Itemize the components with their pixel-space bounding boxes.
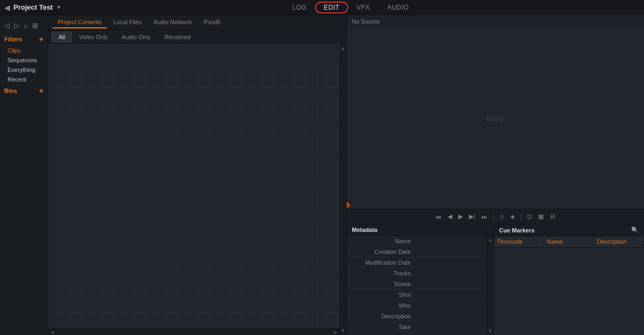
empty-label: Empty	[486, 115, 504, 122]
cue-content	[494, 248, 644, 335]
transport-next-frame[interactable]: ▶|	[467, 212, 477, 221]
transport-prev-frame[interactable]: ◀	[445, 212, 454, 221]
left-toolbar: ◁ ▷ ⌕ ⊞	[0, 18, 48, 33]
transport-mark-out[interactable]: ◈	[508, 212, 517, 221]
cue-markers-title: Cue Markers	[499, 227, 535, 234]
top-nav: LOG EDIT VFX AUDIO	[283, 2, 418, 13]
subtab-rendered[interactable]: Rendered	[158, 32, 197, 42]
source-position-indicator	[347, 201, 351, 209]
middle-scrollbar-bottom[interactable]: ◄ ►	[48, 329, 340, 335]
metadata-key-tracks: Tracks	[347, 270, 416, 276]
metadata-key-creation: Creation Date	[347, 249, 416, 255]
right-panel: No Source Empty ⏮ ◀ ▶ ▶| ⏭ | ◇ ◈ | ⊡ ▦ ⊟	[346, 15, 645, 335]
add-bin-icon[interactable]: +	[39, 86, 43, 95]
metadata-row-creation: Creation Date	[347, 246, 494, 257]
bottom-panels: Metadata Name Creation Date Modification…	[347, 224, 645, 335]
scroll-down-icon[interactable]: ▼	[339, 326, 346, 335]
bins-section: Bins +	[0, 84, 48, 97]
metadata-scrollbar[interactable]: ▲ ▼	[487, 236, 493, 335]
metadata-key-name: Name	[347, 238, 416, 244]
transport-sep2: |	[520, 213, 522, 221]
content-grid: ▲ ▼ ◄ ►	[48, 44, 346, 335]
tab-audio-network[interactable]: Audio Network	[148, 17, 197, 28]
main-tab-bar: Project Contents Local Files Audio Netwo…	[48, 15, 346, 30]
scroll-right-icon[interactable]: ►	[332, 328, 340, 336]
search-icon[interactable]: ⌕	[23, 20, 29, 31]
metadata-row-name: Name	[347, 236, 494, 246]
metadata-header: Metadata	[347, 224, 494, 236]
project-title: Project Test	[13, 3, 53, 11]
tab-local-files[interactable]: Local Files	[108, 17, 147, 28]
metadata-panel: Metadata Name Creation Date Modification…	[347, 224, 494, 335]
meta-scroll-down[interactable]: ▼	[486, 326, 493, 335]
back-icon[interactable]: ◀	[4, 3, 10, 12]
nav-vfx[interactable]: VFX	[348, 2, 379, 13]
main-layout: ◁ ▷ ⌕ ⊞ Filters + Clips Sequences Everyt…	[0, 15, 644, 335]
metadata-row-reelid: Reel ID	[347, 332, 494, 335]
filters-label: Filters	[4, 36, 22, 42]
nav-log[interactable]: LOG	[283, 2, 315, 13]
add-filter-icon[interactable]: +	[39, 35, 43, 43]
top-bar: ◀ Project Test ▼ LOG EDIT VFX AUDIO	[0, 0, 644, 15]
metadata-row-tracks: Tracks	[347, 268, 494, 279]
metadata-row-modification: Modification Date	[347, 257, 494, 268]
scroll-up-icon[interactable]: ▲	[339, 44, 346, 53]
metadata-key-scene: Scene	[347, 281, 416, 287]
metadata-list: Name Creation Date Modification Date Tra…	[347, 236, 494, 335]
metadata-key-who: Who	[347, 302, 416, 309]
cue-table-header: Timecode Name Description	[494, 236, 644, 248]
metadata-key-shot: Shot	[347, 292, 416, 298]
sidebar-item-everything[interactable]: Everything	[0, 65, 48, 75]
transport-go-start[interactable]: ⏮	[433, 213, 443, 221]
subtab-audio-only[interactable]: Audio Only	[115, 32, 158, 42]
cue-markers-header: Cue Markers 🔍	[494, 224, 644, 236]
grid-lines	[48, 44, 346, 335]
scroll-left-icon[interactable]: ◄	[48, 328, 56, 336]
subtab-all[interactable]: All	[52, 32, 72, 42]
transport-view3[interactable]: ⊟	[548, 212, 557, 221]
transport-mark-in[interactable]: ◇	[497, 212, 506, 221]
metadata-row-description: Description	[347, 311, 494, 322]
forward-nav-icon[interactable]: ▷	[13, 20, 20, 31]
transport-view2[interactable]: ▦	[536, 212, 546, 221]
sub-tab-bar: All Video Only Audio Only Rendered	[48, 30, 346, 44]
cue-col-name[interactable]: Name	[544, 236, 594, 247]
meta-scroll-up[interactable]: ▲	[486, 236, 493, 244]
sidebar-item-clips[interactable]: Clips	[0, 46, 48, 55]
tab-project-contents[interactable]: Project Contents	[53, 17, 107, 28]
transport-go-end[interactable]: ⏭	[479, 213, 489, 221]
source-content: Empty	[347, 28, 645, 209]
middle-scrollbar-right[interactable]: ▲ ▼	[340, 44, 346, 335]
metadata-row-shot: Shot	[347, 289, 494, 300]
source-header: No Source	[347, 15, 645, 28]
grid-view-icon[interactable]: ⊞	[31, 20, 39, 31]
tab-pond5[interactable]: Pond5	[198, 17, 226, 28]
source-viewer: No Source Empty ⏮ ◀ ▶ ▶| ⏭ | ◇ ◈ | ⊡ ▦ ⊟	[347, 15, 645, 224]
transport-bar: ⏮ ◀ ▶ ▶| ⏭ | ◇ ◈ | ⊡ ▦ ⊟	[347, 209, 645, 224]
metadata-key-modification: Modification Date	[347, 259, 416, 266]
nav-edit[interactable]: EDIT	[315, 2, 348, 13]
cue-search-icon[interactable]: 🔍	[631, 227, 639, 234]
transport-sep1: |	[493, 213, 494, 221]
metadata-row-who: Who	[347, 300, 494, 311]
project-info: ◀ Project Test ▼	[4, 3, 61, 12]
sidebar-item-sequences[interactable]: Sequences	[0, 55, 48, 65]
back-nav-icon[interactable]: ◁	[3, 20, 11, 31]
middle-panel: Project Contents Local Files Audio Netwo…	[48, 15, 346, 335]
transport-view1[interactable]: ⊡	[525, 212, 534, 221]
bins-label: Bins	[4, 88, 17, 94]
cue-markers-panel: Cue Markers 🔍 Timecode Name Description	[494, 224, 644, 335]
filters-section: Filters +	[0, 33, 48, 46]
metadata-key-description: Description	[347, 313, 416, 319]
metadata-key-take: Take	[347, 324, 416, 330]
cue-col-description[interactable]: Description	[594, 236, 644, 247]
sidebar-item-recent[interactable]: Recent	[0, 75, 48, 84]
cue-col-timecode[interactable]: Timecode	[494, 236, 544, 247]
transport-play[interactable]: ▶	[456, 212, 465, 221]
dropdown-arrow-icon[interactable]: ▼	[56, 4, 61, 10]
subtab-video-only[interactable]: Video Only	[72, 32, 115, 42]
metadata-row-scene: Scene	[347, 279, 494, 289]
nav-audio[interactable]: AUDIO	[378, 2, 418, 13]
metadata-row-take: Take	[347, 322, 494, 332]
left-panel: ◁ ▷ ⌕ ⊞ Filters + Clips Sequences Everyt…	[0, 15, 48, 335]
